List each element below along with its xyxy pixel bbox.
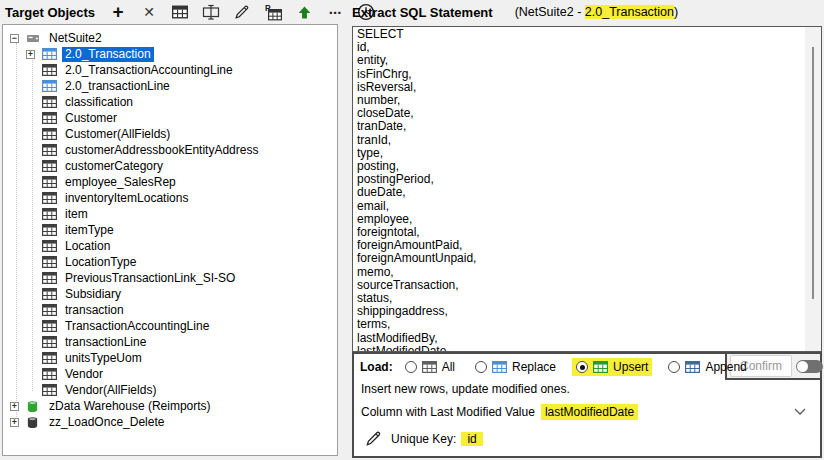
last-modified-column-row: Column with Last Modified Value lastModi… — [361, 402, 812, 422]
tree-item[interactable]: customerCategory — [3, 158, 337, 174]
table-icon[interactable] — [171, 3, 189, 21]
tree-item[interactable]: Customer(AllFields) — [3, 126, 337, 142]
tree-item[interactable]: inventoryItemLocations — [3, 190, 337, 206]
tree-item-label: transaction — [62, 303, 127, 318]
tree-item[interactable]: zz_LoadOnce_Delete — [3, 414, 337, 430]
table-properties-icon[interactable]: P — [264, 3, 282, 21]
tree-item[interactable]: Customer — [3, 110, 337, 126]
tree-item-icon — [42, 240, 57, 252]
confirm-toggle[interactable] — [796, 360, 823, 373]
tree-item[interactable]: Vendor — [3, 366, 337, 382]
tree-item-icon — [42, 368, 57, 380]
tree-expand-toggle[interactable] — [10, 34, 19, 43]
tree-item-label: Customer(AllFields) — [62, 127, 173, 142]
subtitle-suffix: ) — [674, 5, 678, 19]
close-icon[interactable]: ✕ — [140, 3, 158, 21]
last-modified-column-label: Column with Last Modified Value — [361, 405, 535, 419]
tree-item[interactable]: Location — [3, 238, 337, 254]
tree-expand-toggle[interactable] — [10, 418, 19, 427]
radio-button[interactable] — [405, 361, 417, 373]
tree-item-icon — [42, 352, 57, 364]
tree-item-icon — [26, 32, 41, 44]
target-objects-toolbar: + ✕ P ... — [109, 3, 375, 21]
tree-item[interactable]: LocationType — [3, 254, 337, 270]
sql-statement-text[interactable]: SELECT id, entity, isFinChrg, isReversal… — [357, 28, 817, 352]
last-modified-column-select[interactable]: lastModifiedDate — [541, 402, 812, 422]
tree-item-label: 2.0_transactionLine — [62, 79, 173, 94]
tree-item-label: unitsTypeUom — [62, 351, 145, 366]
tree-item[interactable]: PreviousTransactionLink_SI-SO — [3, 270, 337, 286]
load-mode-radio-option[interactable]: Replace — [471, 358, 560, 376]
tree-item[interactable]: 2.0_Transaction — [3, 46, 337, 62]
load-mode-table-icon — [685, 361, 700, 373]
tree-item-label: classification — [62, 95, 136, 110]
sql-scrollbar[interactable] — [805, 27, 821, 351]
subtitle-prefix: (NetSuite2 - — [515, 5, 585, 19]
tree-item[interactable]: Vendor(AllFields) — [3, 382, 337, 398]
load-mode-label: Replace — [512, 360, 556, 374]
tree-expand-toggle[interactable] — [10, 402, 19, 411]
tree-item[interactable]: itemType — [3, 222, 337, 238]
tree-item[interactable]: transaction — [3, 302, 337, 318]
tree-item[interactable]: transactionLine — [3, 334, 337, 350]
load-mode-radio-option[interactable]: Append — [664, 358, 750, 376]
toggle-knob — [797, 361, 808, 372]
tree-item[interactable]: employee_SalesRep — [3, 174, 337, 190]
load-mode-radio-option[interactable]: Upsert — [572, 358, 652, 376]
sql-scrollbar-thumb[interactable] — [812, 47, 814, 299]
left-panel-title: Target Objects — [0, 5, 95, 20]
tree-item[interactable]: classification — [3, 94, 337, 110]
tree-item[interactable]: TransactionAccountingLine — [3, 318, 337, 334]
load-options-panel: Confirm Load: All Replace — [352, 352, 822, 458]
tree-item-icon — [42, 160, 57, 172]
tree-item-icon — [42, 256, 57, 268]
tree-item[interactable]: 2.0_TransactionAccountingLine — [3, 62, 337, 78]
tree-item-label: Vendor(AllFields) — [62, 383, 159, 398]
sql-statement-editor[interactable]: SELECT id, entity, isFinChrg, isReversal… — [352, 26, 822, 352]
edit-pencil-icon[interactable] — [365, 430, 382, 447]
load-mode-radio-option[interactable]: All — [401, 358, 459, 376]
tree-item-icon — [42, 224, 57, 236]
tree-item-icon — [42, 64, 57, 76]
tree-item-icon — [42, 288, 57, 300]
radio-button[interactable] — [668, 361, 680, 373]
tree-item[interactable]: unitsTypeUom — [3, 350, 337, 366]
tree-item-label: PreviousTransactionLink_SI-SO — [62, 271, 238, 286]
pencil-icon[interactable] — [233, 3, 251, 21]
more-ellipsis-icon[interactable]: ... — [326, 3, 344, 21]
add-icon[interactable]: + — [109, 3, 127, 21]
tree-item-icon — [42, 272, 57, 284]
tree-item[interactable]: zData Warehouse (Reimports) — [3, 398, 337, 414]
tree-item-label: 2.0_TransactionAccountingLine — [62, 63, 236, 78]
tree-item-icon — [42, 176, 57, 188]
upload-arrow-icon[interactable] — [295, 3, 313, 21]
tree-item-icon — [42, 208, 57, 220]
tree-item-label: Customer — [62, 111, 120, 126]
unique-key-row: Unique Key: id — [365, 430, 483, 447]
tree-item-icon — [42, 384, 57, 396]
radio-button[interactable] — [576, 361, 588, 373]
tree-item-label: item — [62, 207, 91, 222]
tree-item[interactable]: customerAddressbookEntityAddress — [3, 142, 337, 158]
tree-item[interactable]: item — [3, 206, 337, 222]
chevron-down-icon — [794, 408, 806, 416]
radio-button[interactable] — [475, 361, 487, 373]
tree-item-label: 2.0_Transaction — [62, 47, 154, 62]
tree-item-icon — [42, 112, 57, 124]
tree-item[interactable]: NetSuite2 — [3, 30, 337, 46]
load-mode-table-icon — [593, 361, 608, 373]
tree-item-label: Location — [62, 239, 113, 254]
tree-item-label: transactionLine — [62, 335, 149, 350]
target-objects-tree[interactable]: NetSuite2 2.0_Transaction — [2, 24, 338, 456]
tree-item-icon — [42, 336, 57, 348]
target-objects-header: Target Objects + ✕ P ... — [0, 0, 348, 24]
tree-item-label: Vendor — [62, 367, 106, 382]
tree-item-label: TransactionAccountingLine — [62, 319, 212, 334]
rename-icon[interactable] — [202, 3, 220, 21]
tree-item[interactable]: 2.0_transactionLine — [3, 78, 337, 94]
load-mode-label: Append — [705, 360, 746, 374]
tree-item-icon — [42, 48, 57, 60]
tree-item-icon — [42, 128, 57, 140]
tree-item[interactable]: Subsidiary — [3, 286, 337, 302]
tree-expand-toggle[interactable] — [26, 50, 35, 59]
